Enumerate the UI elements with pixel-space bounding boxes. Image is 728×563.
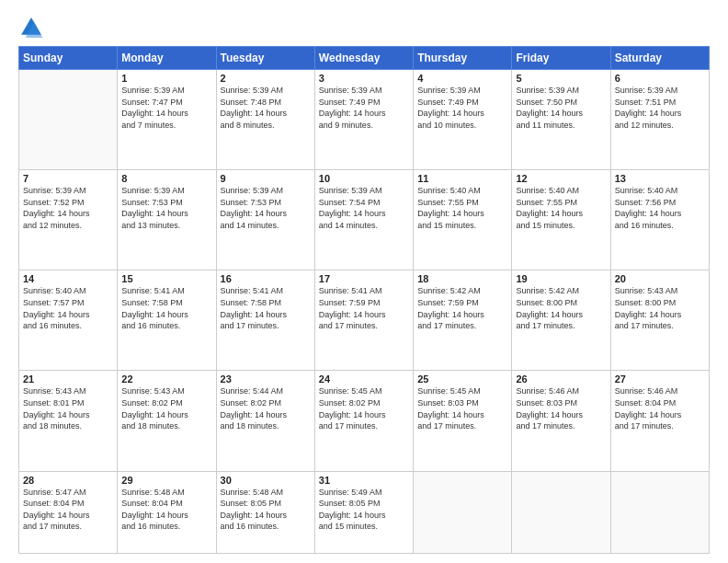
calendar-cell: 5Sunrise: 5:39 AM Sunset: 7:50 PM Daylig… [512,70,610,170]
calendar-cell: 3Sunrise: 5:39 AM Sunset: 7:49 PM Daylig… [314,70,413,170]
day-number: 4 [417,73,507,84]
day-info: Sunrise: 5:39 AM Sunset: 7:53 PM Dayligh… [221,185,311,231]
day-number: 16 [221,273,311,284]
day-info: Sunrise: 5:45 AM Sunset: 8:03 PM Dayligh… [417,385,507,431]
day-info: Sunrise: 5:40 AM Sunset: 7:56 PM Dayligh… [615,185,705,231]
weekday-header-tuesday: Tuesday [216,47,314,70]
day-info: Sunrise: 5:42 AM Sunset: 8:00 PM Dayligh… [516,285,606,331]
day-info: Sunrise: 5:43 AM Sunset: 8:01 PM Dayligh… [23,385,113,431]
weekday-header-thursday: Thursday [414,47,512,70]
calendar-table: SundayMondayTuesdayWednesdayThursdayFrid… [18,46,710,554]
calendar-cell: 10Sunrise: 5:39 AM Sunset: 7:54 PM Dayli… [314,170,413,270]
day-info: Sunrise: 5:47 AM Sunset: 8:04 PM Dayligh… [23,487,113,533]
day-number: 26 [516,373,606,385]
calendar-cell: 12Sunrise: 5:40 AM Sunset: 7:55 PM Dayli… [512,170,610,270]
week-row-1: 1Sunrise: 5:39 AM Sunset: 7:47 PM Daylig… [19,70,710,170]
day-number: 20 [615,273,705,284]
day-number: 5 [516,73,606,84]
day-number: 15 [121,273,211,284]
calendar-cell: 2Sunrise: 5:39 AM Sunset: 7:48 PM Daylig… [216,70,314,170]
weekday-header-row: SundayMondayTuesdayWednesdayThursdayFrid… [19,47,710,70]
day-info: Sunrise: 5:39 AM Sunset: 7:54 PM Dayligh… [319,185,409,231]
calendar-cell: 21Sunrise: 5:43 AM Sunset: 8:01 PM Dayli… [19,371,118,471]
header [18,15,710,40]
day-number: 8 [121,173,211,184]
calendar-cell: 22Sunrise: 5:43 AM Sunset: 8:02 PM Dayli… [118,371,216,471]
day-info: Sunrise: 5:39 AM Sunset: 7:53 PM Dayligh… [121,185,211,231]
week-row-2: 7Sunrise: 5:39 AM Sunset: 7:52 PM Daylig… [19,170,710,270]
day-info: Sunrise: 5:39 AM Sunset: 7:50 PM Dayligh… [516,85,606,131]
day-number: 22 [121,373,211,385]
day-info: Sunrise: 5:43 AM Sunset: 8:00 PM Dayligh… [615,285,705,331]
day-info: Sunrise: 5:41 AM Sunset: 7:59 PM Dayligh… [319,285,409,331]
calendar-cell: 16Sunrise: 5:41 AM Sunset: 7:58 PM Dayli… [216,270,314,371]
day-number: 11 [417,173,507,184]
day-info: Sunrise: 5:43 AM Sunset: 8:02 PM Dayligh… [121,385,211,431]
calendar-cell: 29Sunrise: 5:48 AM Sunset: 8:04 PM Dayli… [118,471,216,553]
day-number: 27 [615,373,705,385]
day-number: 23 [221,373,311,385]
weekday-header-sunday: Sunday [19,47,118,70]
calendar-cell: 18Sunrise: 5:42 AM Sunset: 7:59 PM Dayli… [414,270,512,371]
day-number: 1 [121,73,211,84]
weekday-header-saturday: Saturday [610,47,709,70]
day-info: Sunrise: 5:39 AM Sunset: 7:48 PM Dayligh… [221,85,311,131]
calendar-cell: 15Sunrise: 5:41 AM Sunset: 7:58 PM Dayli… [118,270,216,371]
week-row-4: 21Sunrise: 5:43 AM Sunset: 8:01 PM Dayli… [19,371,710,471]
day-info: Sunrise: 5:42 AM Sunset: 7:59 PM Dayligh… [417,285,507,331]
calendar-cell: 31Sunrise: 5:49 AM Sunset: 8:05 PM Dayli… [314,471,413,553]
day-number: 10 [319,173,409,184]
calendar-cell [610,471,709,553]
day-number: 9 [221,173,311,184]
day-number: 29 [121,475,211,486]
day-number: 31 [319,475,409,486]
weekday-header-wednesday: Wednesday [314,47,413,70]
day-number: 28 [23,475,113,486]
day-number: 24 [319,373,409,385]
calendar-cell [19,70,118,170]
calendar-cell: 30Sunrise: 5:48 AM Sunset: 8:05 PM Dayli… [216,471,314,553]
day-info: Sunrise: 5:39 AM Sunset: 7:47 PM Dayligh… [121,85,211,131]
day-info: Sunrise: 5:39 AM Sunset: 7:49 PM Dayligh… [417,85,507,131]
calendar-cell [414,471,512,553]
day-number: 6 [615,73,705,84]
day-number: 7 [23,173,113,184]
calendar-cell: 6Sunrise: 5:39 AM Sunset: 7:51 PM Daylig… [610,70,709,170]
day-info: Sunrise: 5:48 AM Sunset: 8:04 PM Dayligh… [121,487,211,533]
day-info: Sunrise: 5:46 AM Sunset: 8:03 PM Dayligh… [516,385,606,431]
day-number: 21 [23,373,113,385]
day-number: 25 [417,373,507,385]
day-info: Sunrise: 5:40 AM Sunset: 7:57 PM Dayligh… [23,285,113,331]
day-number: 3 [319,73,409,84]
calendar-cell: 19Sunrise: 5:42 AM Sunset: 8:00 PM Dayli… [512,270,610,371]
day-info: Sunrise: 5:39 AM Sunset: 7:52 PM Dayligh… [23,185,113,231]
calendar-cell: 27Sunrise: 5:46 AM Sunset: 8:04 PM Dayli… [610,371,709,471]
logo-icon [18,15,44,40]
calendar-cell: 20Sunrise: 5:43 AM Sunset: 8:00 PM Dayli… [610,270,709,371]
calendar-cell: 1Sunrise: 5:39 AM Sunset: 7:47 PM Daylig… [118,70,216,170]
weekday-header-monday: Monday [118,47,216,70]
calendar-cell: 26Sunrise: 5:46 AM Sunset: 8:03 PM Dayli… [512,371,610,471]
calendar-cell: 13Sunrise: 5:40 AM Sunset: 7:56 PM Dayli… [610,170,709,270]
calendar-cell: 25Sunrise: 5:45 AM Sunset: 8:03 PM Dayli… [414,371,512,471]
weekday-header-friday: Friday [512,47,610,70]
day-info: Sunrise: 5:44 AM Sunset: 8:02 PM Dayligh… [221,385,311,431]
day-number: 18 [417,273,507,284]
day-number: 17 [319,273,409,284]
week-row-3: 14Sunrise: 5:40 AM Sunset: 7:57 PM Dayli… [19,270,710,371]
calendar-cell: 11Sunrise: 5:40 AM Sunset: 7:55 PM Dayli… [414,170,512,270]
calendar-cell: 14Sunrise: 5:40 AM Sunset: 7:57 PM Dayli… [19,270,118,371]
day-info: Sunrise: 5:39 AM Sunset: 7:49 PM Dayligh… [319,85,409,131]
calendar-cell [512,471,610,553]
day-number: 13 [615,173,705,184]
day-info: Sunrise: 5:41 AM Sunset: 7:58 PM Dayligh… [121,285,211,331]
day-number: 14 [23,273,113,284]
calendar-cell: 24Sunrise: 5:45 AM Sunset: 8:02 PM Dayli… [314,371,413,471]
logo [18,15,48,40]
day-info: Sunrise: 5:39 AM Sunset: 7:51 PM Dayligh… [615,85,705,131]
calendar-cell: 17Sunrise: 5:41 AM Sunset: 7:59 PM Dayli… [314,270,413,371]
day-number: 2 [221,73,311,84]
day-info: Sunrise: 5:40 AM Sunset: 7:55 PM Dayligh… [516,185,606,231]
day-info: Sunrise: 5:48 AM Sunset: 8:05 PM Dayligh… [221,487,311,533]
day-number: 19 [516,273,606,284]
